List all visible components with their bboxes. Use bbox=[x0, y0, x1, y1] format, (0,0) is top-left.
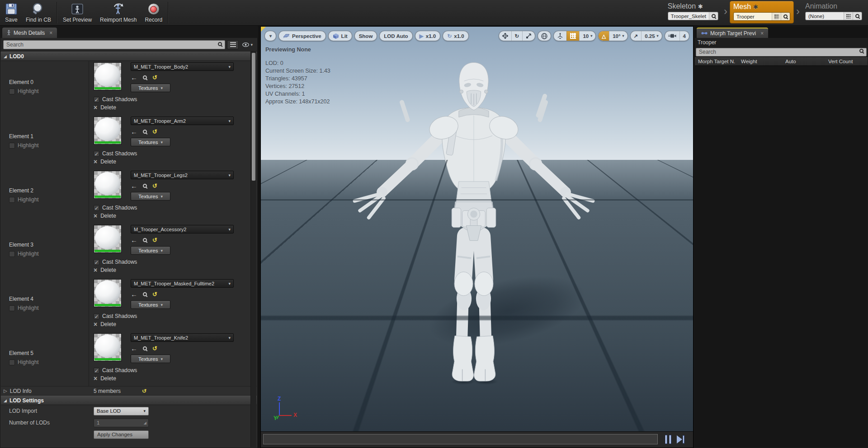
number-of-lods-input[interactable]: 1 ◢ bbox=[94, 419, 149, 427]
details-search-input[interactable] bbox=[3, 40, 225, 49]
preview-viewport[interactable]: ▾ Perspective Lit Show LOD Auto ▶ x1.0 ↻… bbox=[260, 26, 693, 448]
rotation-snap-toggle-button[interactable]: △ bbox=[599, 31, 609, 41]
lod-info-row[interactable]: ▷ LOD Info 5 members ↺ bbox=[1, 386, 257, 396]
save-button[interactable]: Save bbox=[1, 0, 22, 25]
morph-column-header[interactable]: Vert Count bbox=[825, 59, 868, 64]
material-thumbnail[interactable] bbox=[94, 117, 122, 145]
use-selected-asset-icon[interactable]: ← bbox=[131, 291, 137, 298]
mesh-asset-box[interactable]: Trooper bbox=[733, 12, 790, 21]
reset-to-default-icon[interactable]: ↺ bbox=[152, 345, 157, 351]
pause-button[interactable] bbox=[665, 435, 672, 444]
highlight-checkbox[interactable] bbox=[9, 197, 15, 203]
textures-button[interactable]: Textures ▾ bbox=[131, 300, 170, 309]
translate-mode-button[interactable] bbox=[499, 31, 511, 41]
surface-snap-button[interactable] bbox=[554, 31, 566, 41]
turntable-speed-button[interactable]: ↻ x1.0 bbox=[443, 31, 468, 41]
use-selected-asset-icon[interactable]: ← bbox=[131, 237, 137, 243]
reset-to-default-icon[interactable]: ↺ bbox=[152, 237, 157, 243]
browse-to-asset-icon[interactable] bbox=[143, 75, 147, 79]
find-skeleton-button[interactable] bbox=[709, 12, 718, 20]
morph-column-header[interactable]: Weight bbox=[738, 59, 782, 64]
animation-asset-box[interactable]: (None) bbox=[805, 12, 862, 20]
material-dropdown[interactable]: M_MET_Trooper_Arm2 ▾ bbox=[131, 117, 234, 125]
use-selected-asset-icon[interactable]: ← bbox=[131, 182, 137, 189]
lod-settings-category-header[interactable]: ◢ LOD Settings bbox=[1, 396, 257, 405]
property-matrix-button[interactable] bbox=[227, 40, 239, 49]
browse-to-asset-icon[interactable] bbox=[143, 346, 147, 350]
highlight-checkbox[interactable] bbox=[9, 143, 15, 149]
reimport-mesh-button[interactable]: Reimport Mesh bbox=[96, 0, 141, 25]
find-mesh-button[interactable] bbox=[781, 13, 790, 20]
delete-element-button[interactable]: × Delete bbox=[94, 375, 257, 382]
reset-to-default-icon[interactable]: ↺ bbox=[152, 291, 157, 297]
browse-to-asset-icon[interactable] bbox=[143, 130, 147, 134]
scrollbar-thumb[interactable] bbox=[252, 53, 255, 181]
cast-shadows-checkbox[interactable] bbox=[94, 368, 99, 373]
reset-to-default-icon[interactable]: ↺ bbox=[142, 388, 146, 394]
morph-column-header[interactable]: Morph Target N. bbox=[695, 59, 738, 64]
reset-to-default-icon[interactable]: ↺ bbox=[152, 75, 157, 80]
cast-shadows-checkbox[interactable] bbox=[94, 205, 99, 211]
cast-shadows-checkbox[interactable] bbox=[94, 259, 99, 265]
material-thumbnail[interactable] bbox=[94, 62, 122, 90]
timeline-track[interactable] bbox=[263, 434, 658, 444]
tab-morph-target-previewer[interactable]: Morph Target Previ × bbox=[697, 28, 768, 38]
use-selected-asset-icon[interactable]: ← bbox=[131, 74, 137, 81]
highlight-checkbox[interactable] bbox=[9, 359, 15, 365]
use-selected-asset-icon[interactable]: ← bbox=[131, 128, 137, 135]
find-in-content-browser-button[interactable]: Find in CB bbox=[22, 0, 55, 25]
find-animation-button[interactable] bbox=[853, 12, 862, 20]
close-icon[interactable]: × bbox=[760, 30, 764, 37]
cast-shadows-checkbox[interactable] bbox=[94, 97, 99, 103]
material-thumbnail[interactable] bbox=[94, 279, 122, 307]
delete-element-button[interactable]: × Delete bbox=[94, 213, 257, 219]
material-thumbnail[interactable] bbox=[94, 171, 122, 199]
morph-search-input[interactable] bbox=[696, 48, 867, 56]
lod0-category-header[interactable]: ◢ LOD0 bbox=[1, 51, 257, 61]
cast-shadows-checkbox[interactable] bbox=[94, 151, 99, 157]
scale-snap-toggle-button[interactable]: ↗ bbox=[631, 31, 642, 41]
step-forward-button[interactable] bbox=[677, 435, 685, 444]
details-scrollbar[interactable] bbox=[250, 51, 256, 447]
material-dropdown[interactable]: M_MET_Trooper_Knife2 ▾ bbox=[131, 333, 234, 342]
browse-to-asset-icon[interactable] bbox=[143, 184, 147, 188]
textures-button[interactable]: Textures ▾ bbox=[131, 246, 170, 255]
textures-button[interactable]: Textures ▾ bbox=[131, 84, 170, 92]
grid-snap-toggle-button[interactable] bbox=[566, 31, 579, 41]
material-dropdown[interactable]: M_MET_Trooper_Masked_Fulltime2 ▾ bbox=[131, 279, 234, 288]
material-dropdown[interactable]: M_MET_Trooper_Body2 ▾ bbox=[131, 62, 234, 71]
close-icon[interactable]: × bbox=[49, 30, 52, 36]
viewport-options-button[interactable]: ▾ bbox=[264, 31, 276, 41]
rotate-mode-button[interactable]: ↻ bbox=[511, 31, 523, 41]
highlight-checkbox[interactable] bbox=[9, 305, 15, 311]
highlight-checkbox[interactable] bbox=[9, 89, 15, 94]
rotation-snap-value-button[interactable]: 10° ▾ bbox=[609, 31, 627, 41]
apply-changes-button[interactable]: Apply Changes bbox=[94, 430, 149, 439]
reset-to-default-icon[interactable]: ↺ bbox=[152, 183, 157, 189]
delete-element-button[interactable]: × Delete bbox=[94, 267, 257, 273]
skeleton-asset-box[interactable]: Trooper_Skelet bbox=[668, 12, 718, 20]
textures-button[interactable]: Textures ▾ bbox=[131, 192, 170, 201]
tab-mesh-details[interactable]: Mesh Details × bbox=[2, 28, 57, 38]
textures-button[interactable]: Textures ▾ bbox=[131, 355, 170, 363]
browse-to-asset-icon[interactable] bbox=[143, 292, 147, 296]
material-dropdown[interactable]: M_Trooper_Accessory2 ▾ bbox=[131, 225, 234, 233]
use-selected-asset-icon[interactable]: ← bbox=[131, 345, 137, 352]
breadcrumb-animation[interactable]: Animation (None) bbox=[802, 1, 865, 23]
reset-to-default-icon[interactable]: ↺ bbox=[152, 129, 157, 135]
breadcrumb-mesh[interactable]: Mesh ✱ Trooper bbox=[730, 1, 794, 23]
breadcrumb-skeleton[interactable]: Skeleton ✱ Trooper_Skelet bbox=[665, 1, 722, 23]
lod-auto-button[interactable]: LOD Auto bbox=[379, 31, 412, 41]
set-preview-button[interactable]: Set Preview bbox=[59, 0, 96, 25]
delete-element-button[interactable]: × Delete bbox=[94, 104, 257, 111]
highlight-checkbox[interactable] bbox=[9, 251, 15, 257]
show-menu-button[interactable]: Show bbox=[354, 31, 377, 41]
delete-element-button[interactable]: × Delete bbox=[94, 321, 257, 327]
grid-snap-value-button[interactable]: 10 ▾ bbox=[579, 31, 595, 41]
camera-speed-button[interactable] bbox=[665, 31, 679, 41]
scale-snap-value-button[interactable]: 0.25 ▾ bbox=[641, 31, 661, 41]
material-dropdown[interactable]: M_MET_Trooper_Legs2 ▾ bbox=[131, 171, 234, 179]
material-thumbnail[interactable] bbox=[94, 333, 122, 361]
morph-column-header[interactable]: Auto bbox=[782, 59, 825, 64]
lit-mode-button[interactable]: Lit bbox=[328, 31, 352, 41]
